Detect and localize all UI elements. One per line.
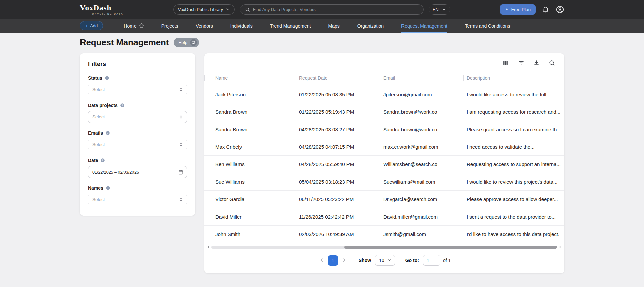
free-plan-label: Free Plan — [511, 7, 531, 12]
cell-email: Jsmith@gmail.com — [380, 225, 463, 243]
nav-item-label: Projects — [161, 23, 178, 29]
nav-item-label: Terms and Conditions — [465, 23, 510, 29]
language-label: EN — [433, 7, 439, 12]
emails-select[interactable]: Select — [88, 139, 187, 150]
download-icon[interactable] — [533, 60, 540, 66]
global-search[interactable] — [240, 4, 424, 15]
search-icon[interactable] — [549, 60, 555, 66]
select-placeholder: Select — [92, 114, 105, 119]
column-header-description[interactable]: Description — [463, 70, 564, 86]
cell-name: Sandra Brown — [204, 121, 296, 138]
filter-label: Data projects — [88, 103, 187, 108]
table-row[interactable]: Sue Williams 05/04/2025 03:18:23 PM Suew… — [204, 173, 564, 190]
library-selector-label: VoxDash Public Library — [178, 7, 223, 12]
nav-item-label: Home — [124, 23, 136, 29]
unfold-icon — [178, 197, 184, 202]
table-row[interactable]: Ben Williams 04/28/2025 05:59:40 PM Will… — [204, 155, 564, 173]
chevron-down-icon — [225, 7, 230, 12]
column-header-request-date[interactable]: Request Date — [296, 70, 380, 86]
nav-item-request-management[interactable]: Request Management — [401, 19, 447, 33]
filter-icon[interactable] — [518, 60, 524, 66]
tagline-rule — [80, 14, 90, 14]
column-header-name[interactable]: Name — [204, 70, 296, 86]
page-size-select[interactable]: 10 — [375, 255, 395, 266]
names-select[interactable]: Select — [88, 194, 187, 205]
library-selector[interactable]: VoxDash Public Library — [173, 4, 235, 15]
cell-request-date: 04/28/2025 05:59:40 PM — [296, 155, 380, 173]
scroll-left-icon[interactable] — [206, 245, 210, 249]
scrollbar-track[interactable] — [211, 246, 557, 249]
table-row[interactable]: David Miller 11/26/2025 02:42:42 PM Davi… — [204, 208, 564, 225]
topbar: VoxDash UNVEILING DATA VoxDash Public Li… — [0, 0, 644, 19]
table-header-row: Name Request Date Email Description — [204, 70, 564, 86]
nav-item-vendors[interactable]: Vendors — [196, 19, 213, 33]
table-row[interactable]: Jack Piterson 01/22/2025 05:08:35 PM Jpi… — [204, 86, 564, 103]
cell-name: Victor Garcia — [204, 190, 296, 208]
filters-panel: Filters Status Select Data proje — [80, 53, 195, 216]
info-icon[interactable] — [105, 76, 109, 80]
avatar-icon[interactable] — [556, 5, 564, 14]
nav-item-maps[interactable]: Maps — [328, 19, 339, 33]
page-title: Request Management — [80, 37, 169, 48]
cell-request-date: 11/26/2025 02:42:42 PM — [296, 208, 380, 225]
table-row[interactable]: Sandra Brown 01/22/2025 05:19:43 PM Sand… — [204, 103, 564, 121]
filter-group-emails: Emails Select — [88, 130, 187, 150]
info-icon[interactable] — [106, 186, 110, 190]
nav-item-label: Trend Management — [270, 23, 311, 29]
nav-item-home[interactable]: Home — [124, 19, 144, 33]
pagination: 1 Show 10 Go to: of 1 — [204, 250, 564, 273]
search-input[interactable] — [253, 7, 419, 12]
date-range-input[interactable] — [92, 170, 178, 175]
filter-group-names: Names Select — [88, 185, 187, 205]
info-icon[interactable] — [105, 131, 110, 135]
free-plan-button[interactable]: ✦ Free Plan — [500, 4, 536, 15]
unfold-icon — [178, 87, 184, 92]
cell-name: Ben Williams — [204, 155, 296, 173]
scrollbar-thumb[interactable] — [344, 246, 557, 249]
bell-icon[interactable] — [542, 6, 549, 13]
calendar-icon[interactable] — [178, 169, 184, 175]
help-button[interactable]: Help — [174, 38, 199, 47]
nav-item-individuals[interactable]: Individuals — [230, 19, 253, 33]
horizontal-scrollbar — [204, 243, 564, 250]
column-header-email[interactable]: Email — [380, 70, 463, 86]
cell-name: Max Cribely — [204, 138, 296, 155]
filters-title: Filters — [88, 61, 187, 68]
main-content: Request Management Help Filters Status S… — [80, 37, 564, 273]
cell-name: Sandra Brown — [204, 103, 296, 121]
language-selector[interactable]: EN — [429, 4, 450, 15]
cell-description: Requesting access to support an interna.… — [463, 155, 564, 173]
search-icon — [245, 7, 250, 12]
select-placeholder: Select — [92, 87, 105, 92]
table-row[interactable]: Max Cribely 04/28/2025 04:07:15 PM max.c… — [204, 138, 564, 155]
scroll-right-icon[interactable] — [559, 245, 562, 249]
page-number-button[interactable]: 1 — [328, 255, 338, 266]
cell-email: Dr.vgarcia@search.com — [380, 190, 463, 208]
add-button[interactable]: + Add — [80, 21, 103, 30]
next-page-icon[interactable] — [340, 256, 348, 265]
columns-icon[interactable] — [502, 60, 509, 66]
brand-tagline-row: UNVEILING DATA — [80, 13, 123, 15]
table-row[interactable]: Victor Garcia 06/11/2025 05:23:22 PM Dr.… — [204, 190, 564, 208]
nav-item-label: Individuals — [230, 23, 253, 29]
goto-page-input[interactable] — [423, 255, 440, 266]
nav-item-terms-and-conditions[interactable]: Terms and Conditions — [465, 19, 510, 33]
add-button-label: Add — [90, 23, 98, 28]
nav-item-trend-management[interactable]: Trend Management — [270, 19, 311, 33]
table-row[interactable]: John Smith 02/03/2026 10:49:39 AM Jsmith… — [204, 225, 564, 243]
info-icon[interactable] — [100, 158, 105, 163]
filter-group-date: Date — [88, 158, 187, 178]
filter-group-data-projects: Data projects Select — [88, 103, 187, 123]
info-icon[interactable] — [120, 103, 125, 108]
navbar: + Add Home Projects Vendors Individuals … — [0, 19, 644, 33]
chevron-down-icon — [442, 7, 446, 12]
cell-email: max.cr.work@gmail.com — [380, 138, 463, 155]
data-projects-select[interactable]: Select — [88, 111, 187, 123]
date-range-field[interactable] — [88, 166, 187, 178]
previous-page-icon[interactable] — [318, 256, 326, 265]
nav-item-projects[interactable]: Projects — [161, 19, 178, 33]
table-row[interactable]: Sandra Brown 04/28/2025 03:08:27 PM Sand… — [204, 121, 564, 138]
nav-item-organization[interactable]: Organization — [357, 19, 384, 33]
table-toolbar — [204, 53, 564, 70]
status-select[interactable]: Select — [88, 84, 187, 95]
